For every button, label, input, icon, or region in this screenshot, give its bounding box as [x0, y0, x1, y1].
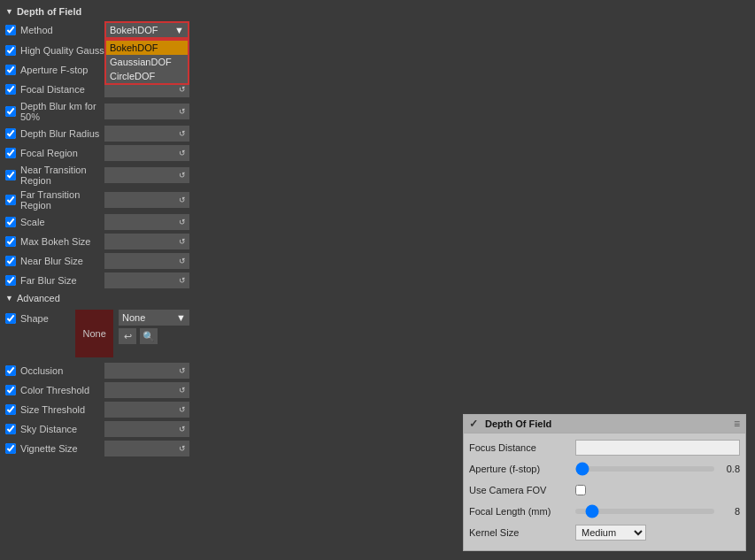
- focal-region-field: 0.0 ↺: [104, 145, 189, 161]
- depth-blur-input[interactable]: 1.0: [104, 104, 175, 119]
- depth-of-field-header[interactable]: ▼ Depth of Field: [0, 4, 195, 19]
- far-blur-btn[interactable]: ↺: [175, 272, 189, 288]
- shape-swatch-label: None: [82, 328, 105, 339]
- dropdown-arrow-icon: ▼: [174, 25, 184, 35]
- shape-check-label: Shape: [5, 310, 75, 324]
- far-blur-field: 15.0 ↺: [104, 272, 189, 288]
- dof-focus-distance-input[interactable]: 10: [575, 440, 740, 456]
- focal-distance-checkbox[interactable]: [5, 84, 16, 95]
- near-transition-btn[interactable]: ↺: [175, 167, 189, 183]
- sky-distance-field: 0.0 ↺: [104, 421, 189, 437]
- scale-row: Scale 0.0 ↺: [0, 212, 195, 232]
- far-transition-checkbox[interactable]: [5, 195, 16, 205]
- shape-swatch[interactable]: None: [75, 310, 113, 357]
- dof-panel-body: Focus Distance 10 Aperture (f-stop) 0.8 …: [464, 433, 745, 550]
- far-transition-label: Far Transition Region: [5, 189, 104, 211]
- vignette-size-btn[interactable]: ↺: [175, 441, 189, 456]
- size-threshold-btn[interactable]: ↺: [175, 402, 189, 418]
- scale-label: Scale: [5, 217, 104, 227]
- dof-panel-menu-icon[interactable]: ≡: [734, 418, 740, 430]
- advanced-header[interactable]: ▼ Advanced: [0, 290, 195, 306]
- max-bokeh-row: Max Bokeh Size 15.0 ↺: [0, 232, 195, 251]
- near-transition-label: Near Transition Region: [5, 165, 104, 186]
- occlusion-field: 0.4 ↺: [104, 363, 189, 379]
- dof-camera-fov-row: Use Camera FOV: [469, 481, 740, 499]
- max-bokeh-input[interactable]: 15.0: [104, 234, 175, 249]
- dropdown-item-gaussiandof[interactable]: GaussianDOF: [106, 55, 188, 69]
- focal-region-btn[interactable]: ↺: [175, 145, 189, 161]
- depth-blur-radius-row: Depth Blur Radius 0.0 ↺: [0, 124, 195, 143]
- scale-btn[interactable]: ↺: [175, 214, 189, 230]
- dof-camera-fov-checkbox[interactable]: [575, 485, 586, 495]
- dof-aperture-value: 0.8: [718, 464, 740, 474]
- dof-camera-fov-label: Use Camera FOV: [469, 485, 575, 495]
- dof-panel-title: Depth Of Field: [485, 418, 551, 429]
- dof-focal-length-label: Focal Length (mm): [469, 506, 575, 517]
- occlusion-checkbox[interactable]: [5, 365, 16, 376]
- scale-input[interactable]: 0.0: [104, 214, 175, 230]
- max-bokeh-btn[interactable]: ↺: [175, 234, 189, 249]
- shape-dropdown[interactable]: None ▼: [119, 310, 189, 326]
- dof-focus-distance-label: Focus Distance: [469, 442, 575, 453]
- method-label: Method: [5, 25, 104, 35]
- near-blur-field: 15.0 ↺: [104, 253, 189, 269]
- sky-distance-checkbox[interactable]: [5, 424, 16, 434]
- sky-distance-btn[interactable]: ↺: [175, 421, 189, 437]
- depth-blur-radius-input[interactable]: 0.0: [104, 126, 175, 142]
- depth-blur-btn[interactable]: ↺: [175, 104, 189, 119]
- aperture-fstop-checkbox[interactable]: [5, 65, 16, 75]
- near-blur-checkbox[interactable]: [5, 256, 16, 266]
- dof-aperture-slider[interactable]: [575, 466, 714, 472]
- occlusion-btn[interactable]: ↺: [175, 363, 189, 379]
- sky-distance-row: Sky Distance 0.0 ↺: [0, 419, 195, 439]
- depth-blur-radius-btn[interactable]: ↺: [175, 126, 189, 142]
- focal-region-input[interactable]: 0.0: [104, 145, 175, 161]
- right-area: ✓ Depth Of Field ≡ Focus Distance 10 Ape…: [195, 0, 755, 560]
- vignette-size-field: 200.0 ↺: [104, 441, 189, 456]
- method-dropdown-trigger[interactable]: BokehDOF ▼: [104, 21, 189, 39]
- color-threshold-btn[interactable]: ↺: [175, 382, 189, 398]
- max-bokeh-checkbox[interactable]: [5, 236, 16, 247]
- scale-checkbox[interactable]: [5, 217, 16, 227]
- shape-reset-button[interactable]: ↩: [119, 328, 136, 344]
- high-quality-checkbox[interactable]: [5, 45, 16, 56]
- color-threshold-input[interactable]: 1.0: [104, 382, 175, 398]
- far-transition-input[interactable]: 500.0: [104, 192, 175, 208]
- color-threshold-label: Color Threshold: [5, 385, 104, 395]
- sky-distance-input[interactable]: 0.0: [104, 421, 175, 437]
- far-blur-input[interactable]: 15.0: [104, 272, 175, 288]
- advanced-triangle: ▼: [5, 294, 13, 303]
- color-threshold-checkbox[interactable]: [5, 385, 16, 395]
- near-blur-input[interactable]: 15.0: [104, 253, 175, 269]
- near-blur-btn[interactable]: ↺: [175, 253, 189, 269]
- dof-focus-distance-row: Focus Distance 10: [469, 439, 740, 456]
- dof-kernel-size-row: Kernel Size Small Medium Large Very Larg…: [469, 524, 740, 541]
- depth-blur-checkbox[interactable]: [5, 106, 16, 117]
- collapse-triangle: ▼: [5, 7, 13, 16]
- shape-checkbox[interactable]: [5, 313, 16, 324]
- dof-aperture-label: Aperture (f-stop): [469, 464, 575, 474]
- far-blur-checkbox[interactable]: [5, 275, 16, 286]
- far-transition-btn[interactable]: ↺: [175, 192, 189, 208]
- size-threshold-checkbox[interactable]: [5, 404, 16, 415]
- max-bokeh-label: Max Bokeh Size: [5, 236, 104, 247]
- occlusion-input[interactable]: 0.4: [104, 363, 175, 379]
- dof-kernel-size-select[interactable]: Small Medium Large Very Large: [575, 525, 646, 541]
- method-selected-value: BokehDOF: [110, 25, 158, 35]
- size-threshold-input[interactable]: 0.08: [104, 402, 175, 418]
- dropdown-item-circledof[interactable]: CircleDOF: [106, 69, 188, 83]
- near-transition-checkbox[interactable]: [5, 170, 16, 180]
- near-transition-input[interactable]: 300.0: [104, 167, 175, 183]
- size-threshold-field: 0.08 ↺: [104, 402, 189, 418]
- scale-field: 0.0 ↺: [104, 214, 189, 230]
- vignette-size-checkbox[interactable]: [5, 443, 16, 454]
- dof-focal-length-slider[interactable]: [575, 509, 714, 514]
- dof-aperture-row: Aperture (f-stop) 0.8: [469, 460, 740, 478]
- shape-dropdown-arrow: ▼: [176, 312, 186, 323]
- focal-region-checkbox[interactable]: [5, 148, 16, 158]
- vignette-size-input[interactable]: 200.0: [104, 441, 175, 456]
- dropdown-item-bokehdof[interactable]: BokehDOF: [106, 41, 188, 55]
- depth-blur-radius-checkbox[interactable]: [5, 128, 16, 139]
- shape-search-button[interactable]: 🔍: [140, 328, 158, 344]
- method-checkbox[interactable]: [5, 25, 16, 35]
